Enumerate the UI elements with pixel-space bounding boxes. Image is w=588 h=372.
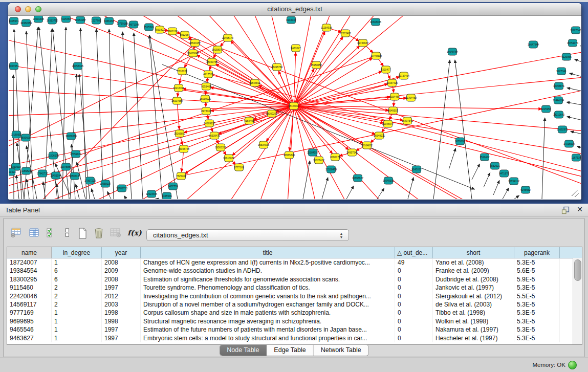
graph-node[interactable]: 22468173 xyxy=(222,34,233,41)
column-header-short[interactable]: short xyxy=(433,247,514,258)
graph-node[interactable]: 15497541 xyxy=(402,117,413,124)
graph-node[interactable]: 16549211 xyxy=(374,132,385,139)
column-header-in_degree[interactable]: in_degree xyxy=(52,247,102,258)
graph-node[interactable]: 12213398 xyxy=(173,84,184,92)
table-cell[interactable]: 5.5E-5 xyxy=(514,292,560,300)
graph-node[interactable]: 9154493 xyxy=(244,117,254,124)
graph-node[interactable]: 19838366 xyxy=(66,133,77,140)
scrollbar-thumb[interactable] xyxy=(574,259,581,281)
table-cell[interactable]: Dudbridge et al. (2008) xyxy=(433,275,514,283)
graph-node[interactable]: 15692971 xyxy=(557,126,568,133)
graph-node[interactable]: 9405571 xyxy=(9,17,19,25)
graph-node[interactable]: 16648784 xyxy=(447,48,458,55)
graph-node[interactable]: 18040765 xyxy=(206,58,217,65)
tab-node-table[interactable]: Node Table xyxy=(220,345,267,356)
graph-node[interactable]: 9457774 xyxy=(168,183,178,190)
table-cell[interactable]: 2 xyxy=(52,300,102,309)
graph-node[interactable]: 18724007 xyxy=(288,102,299,110)
table-cell[interactable]: 2012 xyxy=(102,292,141,300)
table-cell[interactable]: 1997 xyxy=(102,334,141,342)
table-cell[interactable]: 2 xyxy=(52,283,102,292)
table-cell[interactable]: 2003 xyxy=(102,300,141,309)
table-cell[interactable]: Changes of HCN gene expression and I(f) … xyxy=(141,258,395,267)
graph-node[interactable]: 7825402 xyxy=(176,172,186,180)
graph-node[interactable]: 12505135 xyxy=(69,172,80,180)
graph-node[interactable]: 15046748 xyxy=(178,145,189,152)
table-cell[interactable]: 14569117 xyxy=(7,300,52,309)
table-cell[interactable]: Stergiakouli et al. (2012) xyxy=(433,292,514,300)
network-window-titlebar[interactable]: citations_edges.txt xyxy=(8,3,581,16)
graph-node[interactable]: 9777169 xyxy=(234,164,244,171)
table-row[interactable]: 946554611997Estimation of the future num… xyxy=(7,325,582,334)
graph-node[interactable]: 11548088 xyxy=(370,18,381,26)
tab-edge-table[interactable]: Edge Table xyxy=(267,345,313,356)
table-cell[interactable]: 0 xyxy=(395,317,433,325)
graph-node[interactable]: 1167534 xyxy=(571,154,581,161)
graph-node[interactable]: 12093871 xyxy=(553,82,564,90)
table-cell[interactable]: 5.3E-5 xyxy=(514,334,560,342)
graph-node[interactable]: 9463627 xyxy=(291,45,301,52)
graph-node[interactable]: 9154468 xyxy=(389,93,400,100)
graph-node[interactable]: 6466160 xyxy=(104,17,114,25)
table-row[interactable]: 946362711997Embryonic stem cells: a mode… xyxy=(7,334,582,342)
graph-node[interactable]: 11254936 xyxy=(321,24,332,31)
table-cell[interactable]: 19384554 xyxy=(7,267,52,275)
graph-node[interactable]: 12215402 xyxy=(340,30,351,37)
table-cell[interactable]: Genome-wide association studies in ADHD. xyxy=(141,267,395,275)
table-cell[interactable]: 1 xyxy=(52,317,102,325)
graph-node[interactable]: 9245012 xyxy=(411,166,422,173)
graph-node[interactable]: 9699695 xyxy=(20,134,31,141)
table-cell[interactable]: Hescheler et al. (1997) xyxy=(433,334,514,342)
graph-node[interactable]: 17359924 xyxy=(70,150,81,158)
row-options-icon[interactable] xyxy=(60,227,74,241)
table-cell[interactable]: 6 xyxy=(52,275,102,283)
table-cell[interactable]: 1 xyxy=(52,309,102,317)
graph-node[interactable]: 17942737 xyxy=(37,170,48,177)
graph-node[interactable]: 9679197 xyxy=(455,138,465,145)
table-cell[interactable]: Tibbo et al. (1998) xyxy=(433,309,514,317)
table-cell[interactable]: 0 xyxy=(395,325,433,334)
graph-node[interactable]: 3919423 xyxy=(9,168,16,176)
graph-node[interactable]: 18158074 xyxy=(212,46,223,53)
graph-node[interactable]: 1527602 xyxy=(91,17,101,24)
table-cell[interactable]: Corpus callosum shape and size in male p… xyxy=(141,309,395,317)
table-cell[interactable]: 5.9E-5 xyxy=(514,275,560,283)
graph-node[interactable]: 12444184 xyxy=(553,97,564,104)
graph-node[interactable]: 19565359 xyxy=(215,144,226,151)
graph-node[interactable]: 12923405 xyxy=(146,190,157,198)
graph-node[interactable]: 18300295 xyxy=(266,110,277,117)
graph-node[interactable]: 16782753 xyxy=(116,185,127,192)
table-cell[interactable]: Embryonic stem cells: a model to study s… xyxy=(141,334,395,342)
table-cell[interactable]: 18300295 xyxy=(7,275,52,283)
graph-node[interactable]: 3511402 xyxy=(480,154,489,161)
table-cell[interactable]: Franke et al. (2009) xyxy=(433,267,514,275)
graph-node[interactable]: 19166852 xyxy=(174,130,185,137)
graph-node[interactable]: 1156823 xyxy=(21,167,31,174)
table-cell[interactable]: 0 xyxy=(395,300,433,309)
graph-node[interactable]: 9129966 xyxy=(561,53,572,60)
table-row[interactable]: 1830029562008Estimation of significance … xyxy=(7,275,582,283)
table-cell[interactable]: 2009 xyxy=(102,267,141,275)
graph-node[interactable]: 9245652 xyxy=(520,186,531,193)
graph-node[interactable]: 10719188 xyxy=(117,20,128,27)
table-row[interactable]: 1456911722003Disruption of a novel membe… xyxy=(7,300,582,309)
graph-node[interactable]: 2718126 xyxy=(177,68,187,75)
tab-network-table[interactable]: Network Table xyxy=(314,345,368,356)
table-cell[interactable]: 1 xyxy=(52,325,102,334)
graph-node[interactable]: 18313792 xyxy=(47,17,58,24)
graph-node[interactable]: 15958452 xyxy=(311,61,322,69)
graph-node[interactable]: 19384554 xyxy=(20,19,32,27)
graph-node[interactable]: 10698627 xyxy=(352,174,363,182)
graph-node[interactable]: 11451194 xyxy=(50,172,61,179)
graph-node[interactable]: 16543157 xyxy=(189,39,201,47)
table-cell[interactable]: 0 xyxy=(395,292,433,300)
table-cell[interactable]: Jankovic et al. (1997) xyxy=(433,283,514,292)
graph-node[interactable]: 14957541 xyxy=(346,149,358,156)
graph-node[interactable]: 12610651 xyxy=(223,155,234,162)
table-cell[interactable]: 9777169 xyxy=(7,309,52,317)
graph-node[interactable]: 10167425 xyxy=(386,79,398,86)
graph-node[interactable]: 4320477 xyxy=(381,66,391,73)
memory-status-led-icon[interactable] xyxy=(568,361,577,369)
graph-node[interactable]: 19748508 xyxy=(371,52,382,59)
table-cell[interactable]: 18724007 xyxy=(7,258,52,267)
